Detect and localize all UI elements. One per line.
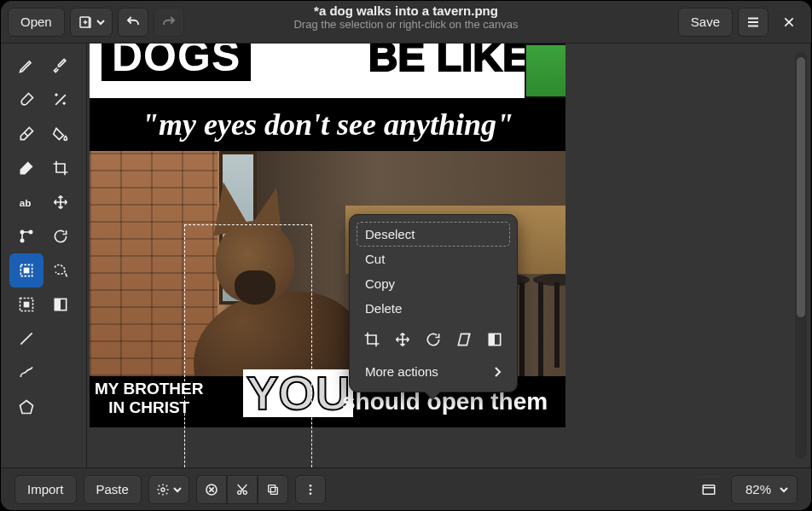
hamburger-menu-button[interactable] xyxy=(738,8,768,37)
svg-point-11 xyxy=(161,488,165,491)
canvas-area[interactable]: DOGS BE LIKE "my eyes don't see anything… xyxy=(86,44,811,467)
save-button[interactable]: Save xyxy=(678,8,733,37)
curve-tool[interactable] xyxy=(9,356,44,390)
context-deselect[interactable]: Deselect xyxy=(357,222,510,247)
points-tool[interactable] xyxy=(9,219,44,253)
marker-tool[interactable] xyxy=(9,151,44,185)
svg-point-19 xyxy=(310,492,312,495)
shape-tool[interactable] xyxy=(9,390,44,424)
svg-point-18 xyxy=(310,488,312,491)
ctx-skew-icon[interactable] xyxy=(450,326,478,353)
svg-point-14 xyxy=(243,491,246,494)
cut-button[interactable] xyxy=(227,475,258,504)
context-more-actions[interactable]: More actions xyxy=(357,358,510,385)
ctx-scale-icon[interactable] xyxy=(389,326,416,353)
more-button[interactable] xyxy=(295,475,326,504)
color-select-tool[interactable] xyxy=(44,287,78,322)
svg-rect-6 xyxy=(24,268,30,274)
undo-button[interactable] xyxy=(118,8,148,37)
crop-sel-tool[interactable] xyxy=(9,287,44,322)
settings-menu-button[interactable] xyxy=(148,475,189,504)
zoom-dropdown[interactable]: 82% xyxy=(731,475,798,504)
redo-button[interactable] xyxy=(154,8,184,37)
free-select-tool[interactable] xyxy=(44,253,78,287)
eyedropper-tool[interactable] xyxy=(44,49,78,83)
crop-tool[interactable] xyxy=(44,151,78,185)
meme-text-mid: "my eyes don't see anything" xyxy=(90,98,566,151)
open-button[interactable]: Open xyxy=(8,8,65,37)
chevron-right-icon xyxy=(493,367,502,377)
rect-select-tool[interactable] xyxy=(9,253,44,287)
meme-text-brother: MY BROTHERIN CHRIST xyxy=(95,380,203,417)
app-window: Open *a dog walks into a tavern.png Drag… xyxy=(0,0,812,511)
context-menu: Deselect Cut Copy Delete More actions xyxy=(349,214,518,392)
tool-panel: ab xyxy=(1,44,86,467)
scrollbar-thumb[interactable] xyxy=(797,57,805,317)
context-icon-row xyxy=(357,326,510,353)
brush-tool[interactable] xyxy=(9,83,44,117)
meme-text-belike: BE LIKE xyxy=(368,44,530,80)
svg-point-17 xyxy=(310,485,312,487)
svg-rect-8 xyxy=(24,302,30,308)
svg-text:ab: ab xyxy=(20,197,32,208)
context-copy[interactable]: Copy xyxy=(357,271,510,296)
meme-text-dogs: DOGS xyxy=(102,44,251,81)
vertical-scrollbar[interactable] xyxy=(795,52,807,459)
move-tool[interactable] xyxy=(44,185,78,219)
bottombar: Import Paste 82% xyxy=(1,467,811,510)
eraser-tool[interactable] xyxy=(9,117,44,151)
meme-text-you: YOU xyxy=(243,369,353,417)
context-cut[interactable]: Cut xyxy=(357,247,510,271)
copy-button[interactable] xyxy=(258,475,288,504)
ctx-filter-icon[interactable] xyxy=(481,326,508,353)
rotate-tool[interactable] xyxy=(44,219,78,253)
zoom-value: 82% xyxy=(745,482,771,496)
pencil-tool[interactable] xyxy=(9,49,44,83)
new-image-button[interactable] xyxy=(70,8,113,37)
import-button[interactable]: Import xyxy=(14,475,77,504)
ctx-crop-icon[interactable] xyxy=(358,326,386,353)
context-more-actions-label: More actions xyxy=(365,364,438,379)
body: ab DOGS BE LIKE "my eyes don't see anyth… xyxy=(1,44,811,467)
headerbar: Open *a dog walks into a tavern.png Drag… xyxy=(1,1,811,44)
context-delete[interactable]: Delete xyxy=(357,296,510,321)
line-tool[interactable] xyxy=(9,322,44,356)
close-window-button[interactable] xyxy=(774,8,804,37)
ctx-rotate-icon[interactable] xyxy=(420,326,447,353)
clear-selection-button[interactable] xyxy=(196,475,227,504)
paste-button[interactable]: Paste xyxy=(84,475,142,504)
svg-rect-16 xyxy=(269,485,276,491)
chevron-down-icon xyxy=(780,485,788,494)
svg-rect-20 xyxy=(703,485,715,494)
svg-point-13 xyxy=(238,491,241,494)
svg-rect-15 xyxy=(270,487,277,494)
text-tool[interactable]: ab xyxy=(9,185,44,219)
fit-canvas-button[interactable] xyxy=(693,475,724,504)
magic-tool[interactable] xyxy=(44,83,78,117)
fill-tool[interactable] xyxy=(44,117,78,151)
